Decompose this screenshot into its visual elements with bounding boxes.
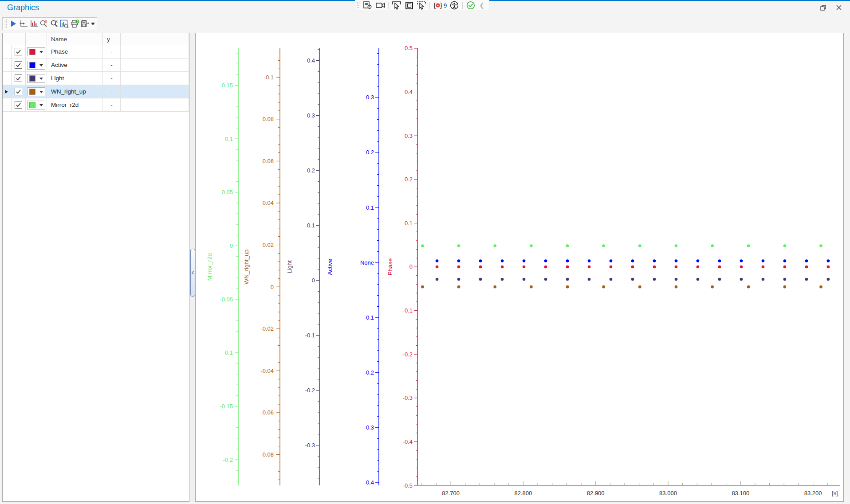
visibility-checkbox-cell [12,72,26,85]
color-swatch [29,102,35,108]
play-button[interactable] [8,19,18,29]
data-point-Phase [436,266,439,269]
y-tick-label: 0.06 [263,158,274,164]
svg-text:{: { [433,1,436,9]
signal-name[interactable]: WN_right_up [47,85,103,98]
visibility-checkbox[interactable] [15,88,22,95]
x-tick-label: 83.100 [732,490,749,496]
toolbar-separator [462,2,463,9]
chart-plot-area[interactable]: -0.2-0.15-0.1-0.0500.050.10.15Mirror_r2d… [196,33,843,501]
pointer-select-icon[interactable] [391,1,402,10]
toolbar-grip[interactable] [356,1,360,9]
print-help-icon[interactable]: ? [70,19,79,29]
visibility-checkbox[interactable] [15,74,22,82]
signal-name[interactable]: Mirror_r2d [47,98,103,112]
color-picker-cell [26,85,47,98]
signal-row[interactable]: Mirror_r2d- [3,98,189,112]
chevron-down-icon [39,104,43,108]
row-filler-cell [121,59,189,72]
y-axis-title-mirror_r2d: Mirror_r2d [206,253,213,281]
color-dropdown[interactable] [27,74,45,83]
visibility-checkbox[interactable] [15,61,22,69]
color-swatch [29,89,35,95]
row-filler-cell [121,72,189,85]
y-tick-label: 0.1 [405,220,413,227]
data-point-Phase [588,266,591,269]
data-point-Light [566,278,569,281]
data-point-Active [783,259,787,262]
row-marker-cell [3,72,12,85]
camera-icon[interactable] [374,1,386,10]
signal-name[interactable]: Active [47,59,103,72]
visibility-checkbox-cell [12,85,26,98]
visibility-checkbox[interactable] [15,101,22,109]
accessibility-icon[interactable] [449,1,460,10]
record-count-icon[interactable]: {} [432,1,444,10]
color-swatch [29,62,35,68]
y-tick-label: -0.1 [364,314,374,321]
pointer-region-icon[interactable] [416,1,427,10]
signal-table-body: Phase-Active-Light-WN_right_up-Mirror_r2… [3,45,189,112]
signal-name[interactable]: Phase [47,45,103,59]
data-point-WN_right_up [711,285,714,289]
signal-row[interactable]: Active- [3,59,189,72]
color-dropdown[interactable] [27,101,45,109]
data-point-Mirror_r2d [675,244,678,247]
color-dropdown[interactable] [27,87,45,96]
data-point-Light [610,278,613,281]
header-y-col[interactable]: y [103,33,121,45]
visibility-checkbox[interactable] [15,48,22,55]
pan-x-axis-icon[interactable] [19,19,28,29]
signal-row[interactable]: Phase- [3,45,189,59]
header-name-col[interactable]: Name [47,33,103,45]
close-window-button[interactable] [832,3,846,12]
signal-y-value: - [103,45,121,59]
more-dropdown-icon[interactable] [91,19,96,29]
y-tick-label: -0.08 [260,451,274,458]
signal-name[interactable]: Light [47,72,103,85]
zoom-x-reset-icon[interactable]: x [39,19,48,29]
fit-x-axis-icon[interactable] [29,19,38,29]
data-point-WN_right_up [493,285,496,289]
target-list-icon[interactable] [362,1,374,10]
y-tick-label: -0.05 [220,296,233,303]
data-point-Active [675,259,678,262]
y-tick-label: -0.02 [260,325,274,332]
signal-row[interactable]: WN_right_up- [3,85,189,98]
data-point-Phase [631,266,634,269]
frame-select-icon[interactable] [403,1,415,10]
check-icon [16,76,21,81]
x-axis-unit: [s] [832,490,838,496]
y-axis-title-wn_right_up: WN_right_up [243,250,250,285]
x-tick-label: 83.200 [804,490,822,496]
panel-splitter[interactable] [189,33,195,502]
color-dropdown[interactable] [27,61,45,70]
zoom-x-icon[interactable]: x [50,19,59,29]
y-tick-label: 0.4 [307,57,315,64]
data-point-Active [762,259,765,262]
signal-y-value: - [103,85,121,98]
signal-row[interactable]: Light- [3,72,189,85]
y-tick-label: 0 [409,263,413,270]
splitter-collapse-handle[interactable] [190,249,195,297]
y-tick-label: -0.04 [260,367,274,374]
history-back-icon[interactable]: ❮ [477,2,486,9]
export-image-icon[interactable] [80,19,90,29]
header-color-col [26,33,47,45]
status-ok-icon[interactable] [465,1,476,10]
data-point-Active [610,259,613,262]
data-point-Phase [501,266,504,269]
y-tick-label: 0 [312,277,315,284]
data-point-Light [718,278,721,281]
chart-overview-icon[interactable] [60,19,69,29]
y-tick-label: -0.3 [305,442,315,449]
y-tick-label: -0.5 [403,482,413,489]
data-point-Light [675,278,678,281]
y-tick-label: 0.1 [307,222,315,229]
data-point-Light [457,278,460,281]
data-point-Mirror_r2d [711,244,714,247]
data-point-Mirror_r2d [457,244,460,247]
chart-toolbar-grip[interactable] [4,19,7,28]
restore-window-button[interactable] [816,3,830,12]
color-dropdown[interactable] [27,47,45,56]
